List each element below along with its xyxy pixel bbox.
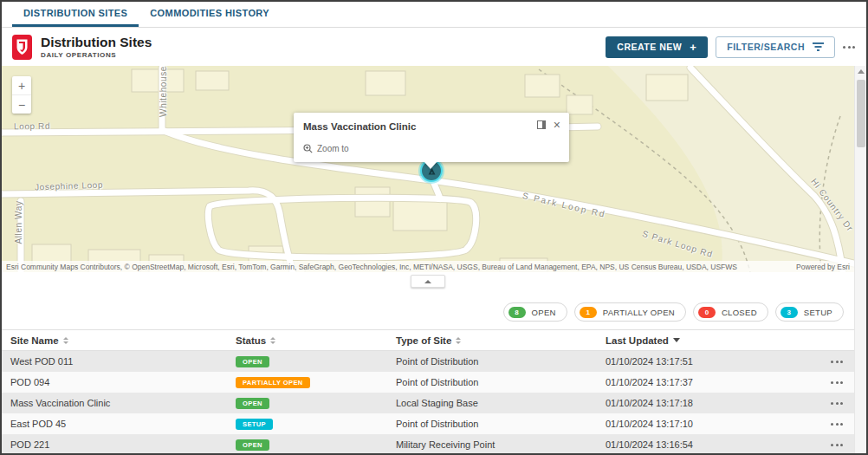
row-more-icon[interactable] [831,423,854,426]
top-tab-bar: DISTRIBUTION SITES COMMODITIES HISTORY [2,2,866,28]
table-row[interactable]: POD 221 OPEN Military Receiving Point 01… [2,434,854,455]
chevron-up-icon [424,280,431,283]
map[interactable]: Loop Rd Whitehouse Josephine Loop Allen … [2,66,854,272]
last-updated: 01/10/2024 13:17:10 [597,419,819,429]
site-name: POD 094 [2,377,227,387]
header-actions: CREATE NEW + FILTER/SEARCH [606,36,866,58]
zoom-out-button[interactable]: − [12,95,31,114]
map-zoom-control: + − [12,76,31,114]
vertical-scrollbar[interactable] [854,66,866,453]
status-count-badge: 8 [508,307,526,318]
popup-tail [424,161,437,169]
status-badge: PARTIALLY OPEN [236,377,310,389]
table-row[interactable]: East POD 45 SETUP Point of Distribution … [2,413,854,434]
juvare-logo-icon [12,35,32,60]
status-count-badge: 0 [698,307,716,318]
site-type: Point of Distribution [387,356,597,367]
last-updated: 01/10/2024 13:17:51 [597,356,819,367]
last-updated: 01/10/2024 13:17:18 [597,398,819,408]
status-badge: OPEN [236,398,269,410]
site-type: Local Staging Base [387,398,597,408]
site-type: Point of Distribution [387,377,597,387]
panel-collapse-handle[interactable] [411,275,445,288]
sort-icon [456,337,461,344]
status-badge: OPEN [236,439,269,452]
row-more-icon[interactable] [831,444,854,446]
row-more-icon[interactable] [831,402,854,405]
filter-search-button[interactable]: FILTER/SEARCH [716,36,835,58]
close-icon[interactable]: × [554,120,560,129]
status-count-badge: 3 [781,307,798,318]
sort-icon [270,337,275,344]
map-popup: Mass Vaccination Clinic × Zoom to [294,113,569,162]
zoom-to-link[interactable]: Zoom to [303,144,349,153]
zoom-in-button[interactable]: + [12,76,31,95]
status-filter-setup[interactable]: 3 SETUP [775,302,844,322]
popup-title: Mass Vaccination Clinic [303,121,560,132]
page-title: Distribution Sites [41,35,152,49]
column-header-site-name[interactable]: Site Name [2,335,227,346]
table-header-row: Site Name Status Type of Site Last Updat… [2,329,854,351]
popup-actions: × [537,120,560,129]
table-row[interactable]: West POD 011 OPEN Point of Distribution … [2,351,854,372]
last-updated: 01/10/2024 13:16:54 [597,439,819,450]
page-header: Distribution Sites DAILY OPERATIONS CREA… [2,28,866,66]
table-row[interactable]: POD 094 PARTIALLY OPEN Point of Distribu… [2,372,854,393]
row-more-icon[interactable] [831,361,854,363]
attribution-text: Esri Community Maps Contributors, © Open… [6,263,796,271]
magnifier-icon [303,144,313,153]
column-header-status[interactable]: Status [227,335,387,346]
site-name: Mass Vaccination Clinic [2,398,227,408]
sites-table: Site Name Status Type of Site Last Updat… [2,329,854,455]
app-window: DISTRIBUTION SITES COMMODITIES HISTORY D… [0,0,868,455]
status-summary-bar: 8 OPEN 1 PARTIALLY OPEN 0 CLOSED 3 SETUP [503,302,844,322]
status-badge: SETUP [236,419,273,431]
create-new-button[interactable]: CREATE NEW + [606,36,708,58]
column-header-type-of-site[interactable]: Type of Site [387,335,597,346]
site-name: POD 221 [2,439,227,450]
sort-icon [63,337,68,344]
road-label-whitehouse: Whitehouse [159,66,168,117]
table-row[interactable]: Mass Vaccination Clinic OPEN Local Stagi… [2,393,854,413]
status-badge: OPEN [236,356,269,368]
page-subtitle: DAILY OPERATIONS [41,51,152,59]
plus-icon: + [690,41,696,54]
row-more-icon[interactable] [831,381,854,384]
page-title-block: Distribution Sites DAILY OPERATIONS [41,35,152,59]
last-updated: 01/10/2024 13:17:37 [597,377,819,387]
header-more-icon[interactable] [843,46,855,49]
road-label-allen-way: Allen Way [14,200,23,244]
status-filter-closed[interactable]: 0 CLOSED [693,302,768,322]
tab-distribution-sites[interactable]: DISTRIBUTION SITES [12,1,139,27]
status-filter-partially-open[interactable]: 1 PARTIALLY OPEN [574,302,686,322]
column-header-last-updated[interactable]: Last Updated [597,335,819,346]
dock-icon[interactable] [537,120,546,129]
site-type: Military Receiving Point [387,439,597,450]
road-label-loop-rd: Loop Rd [14,121,50,132]
status-count-badge: 1 [580,307,597,318]
sort-desc-icon [673,338,680,342]
sites-panel: 8 OPEN 1 PARTIALLY OPEN 0 CLOSED 3 SETUP… [2,272,854,453]
site-name: West POD 011 [2,356,227,367]
tab-commodities-history[interactable]: COMMODITIES HISTORY [139,1,281,27]
site-type: Point of Distribution [387,419,597,429]
status-filter-open[interactable]: 8 OPEN [503,302,567,322]
map-attribution: Esri Community Maps Contributors, © Open… [2,261,854,272]
scroll-up-icon[interactable] [858,69,865,74]
powered-by-esri: Powered by Esri [796,263,850,271]
scrollbar-thumb[interactable] [857,80,865,147]
filter-icon [813,42,824,51]
site-name: East POD 45 [2,419,227,429]
